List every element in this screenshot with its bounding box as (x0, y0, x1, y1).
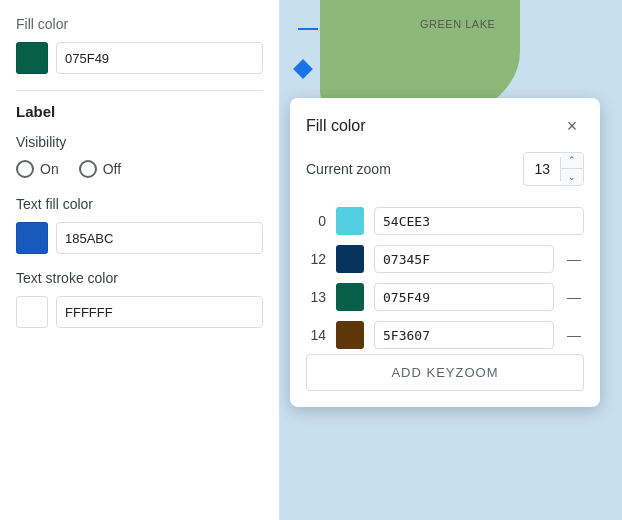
fill-color-input[interactable]: 075F49 (56, 42, 263, 74)
popup-title: Fill color (306, 117, 366, 135)
minimize-line[interactable] (298, 28, 318, 30)
fill-color-swatch[interactable] (16, 42, 48, 74)
color-entry-13: 13 075F49 — (306, 278, 584, 316)
add-keyzoom-button[interactable]: ADD KEYZOOM (306, 354, 584, 391)
fill-color-popup: Fill color × Current zoom 13 ⌃ ⌄ 0 54CEE… (290, 98, 600, 407)
entry-hex-14[interactable]: 5F3607 (374, 321, 554, 349)
zoom-value: 13 (524, 157, 561, 181)
color-entry-14: 14 5F3607 — (306, 316, 584, 354)
divider-1 (16, 90, 263, 91)
text-stroke-color-row: FFFFFF (16, 296, 263, 328)
zoom-control: 13 ⌃ ⌄ (523, 152, 584, 186)
entry-remove-13[interactable]: — (564, 287, 584, 307)
text-fill-color-row: 185ABC (16, 222, 263, 254)
radio-on[interactable]: On (16, 160, 59, 178)
zoom-down-button[interactable]: ⌄ (561, 169, 583, 185)
label-heading: Label (16, 103, 263, 120)
text-stroke-color-input[interactable]: FFFFFF (56, 296, 263, 328)
map-green-lake-label: GREEN LAKE (420, 18, 495, 30)
zoom-arrows: ⌃ ⌄ (561, 153, 583, 185)
color-entries-list: 0 54CEE3 12 07345F — 13 075F49 — 14 5F36… (306, 202, 584, 354)
entry-swatch-13[interactable] (336, 283, 364, 311)
text-stroke-color-label: Text stroke color (16, 270, 263, 286)
entry-zoom-12: 12 (306, 251, 326, 267)
entry-zoom-14: 14 (306, 327, 326, 343)
visibility-label: Visibility (16, 134, 263, 150)
entry-swatch-14[interactable] (336, 321, 364, 349)
radio-off-label: Off (103, 161, 121, 177)
entry-zoom-0: 0 (306, 213, 326, 229)
entry-hex-0[interactable]: 54CEE3 (374, 207, 584, 235)
entry-remove-14[interactable]: — (564, 325, 584, 345)
radio-on-label: On (40, 161, 59, 177)
current-zoom-label: Current zoom (306, 161, 391, 177)
fill-color-row: 075F49 (16, 42, 263, 74)
text-stroke-color-swatch[interactable] (16, 296, 48, 328)
radio-off-circle[interactable] (79, 160, 97, 178)
left-panel: Fill color 075F49 Label Visibility On Of… (0, 0, 280, 520)
text-fill-color-swatch[interactable] (16, 222, 48, 254)
close-button[interactable]: × (560, 114, 584, 138)
color-entry-0: 0 54CEE3 (306, 202, 584, 240)
visibility-radio-group: On Off (16, 160, 263, 178)
zoom-row: Current zoom 13 ⌃ ⌄ (306, 152, 584, 186)
radio-off[interactable]: Off (79, 160, 121, 178)
entry-hex-13[interactable]: 075F49 (374, 283, 554, 311)
color-entry-12: 12 07345F — (306, 240, 584, 278)
entry-zoom-13: 13 (306, 289, 326, 305)
fill-color-label: Fill color (16, 16, 263, 32)
radio-on-circle[interactable] (16, 160, 34, 178)
text-fill-color-input[interactable]: 185ABC (56, 222, 263, 254)
popup-header: Fill color × (306, 114, 584, 138)
entry-swatch-12[interactable] (336, 245, 364, 273)
entry-remove-12[interactable]: — (564, 249, 584, 269)
entry-hex-12[interactable]: 07345F (374, 245, 554, 273)
entry-swatch-0[interactable] (336, 207, 364, 235)
zoom-up-button[interactable]: ⌃ (561, 153, 583, 169)
text-fill-color-label: Text fill color (16, 196, 263, 212)
